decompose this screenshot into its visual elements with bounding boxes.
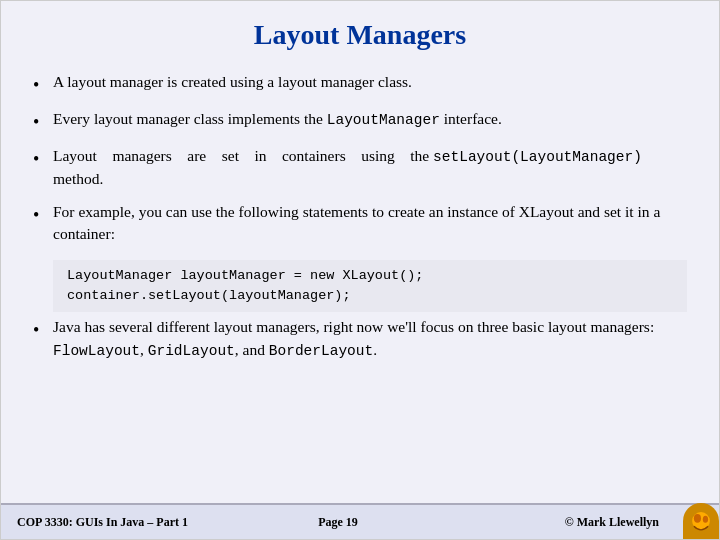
bullet-item-4: • For example, you can use the following… — [33, 201, 687, 246]
code-gridlayout: GridLayout — [148, 343, 235, 359]
footer: COP 3330: GUIs In Java – Part 1 Page 19 … — [1, 503, 719, 539]
slide-content: • A layout manager is created using a la… — [1, 61, 719, 503]
svg-point-3 — [703, 516, 708, 523]
footer-course: COP 3330: GUIs In Java – Part 1 — [17, 515, 231, 530]
bullet-text-3: Layout managers are set in containers us… — [53, 145, 687, 190]
bullet-text-4: For example, you can use the following s… — [53, 201, 687, 246]
footer-copyright: © Mark Llewellyn — [445, 515, 703, 530]
bullet-dot-3: • — [33, 146, 53, 172]
code-borderlayout: BorderLayout — [269, 343, 373, 359]
footer-logo — [683, 503, 719, 539]
slide-title: Layout Managers — [1, 1, 719, 61]
bullet-item-3: • Layout managers are set in containers … — [33, 145, 687, 190]
bullet-dot-4: • — [33, 202, 53, 228]
bullet-item-5: • Java has several different layout mana… — [33, 316, 687, 361]
bullet-text-5: Java has several different layout manage… — [53, 316, 687, 361]
slide: Layout Managers • A layout manager is cr… — [0, 0, 720, 540]
code-setlayout: setLayout(LayoutManager) — [433, 149, 642, 165]
code-line-1: LayoutManager layoutManager = new XLayou… — [67, 266, 673, 286]
bullet-dot-1: • — [33, 72, 53, 98]
bullet-item-2: • Every layout manager class implements … — [33, 108, 687, 135]
code-flowlayout: FlowLayout — [53, 343, 140, 359]
bullet-dot-2: • — [33, 109, 53, 135]
svg-point-2 — [694, 514, 701, 523]
code-block-example: LayoutManager layoutManager = new XLayou… — [53, 260, 687, 313]
code-line-2: container.setLayout(layoutManager); — [67, 286, 673, 306]
bullet-text-2: Every layout manager class implements th… — [53, 108, 687, 131]
bullet-dot-5: • — [33, 317, 53, 343]
footer-page: Page 19 — [231, 515, 445, 530]
logo-icon — [685, 505, 717, 537]
code-layoutmanager: LayoutManager — [327, 112, 440, 128]
bullet-text-1: A layout manager is created using a layo… — [53, 71, 687, 93]
bullet-item-1: • A layout manager is created using a la… — [33, 71, 687, 98]
